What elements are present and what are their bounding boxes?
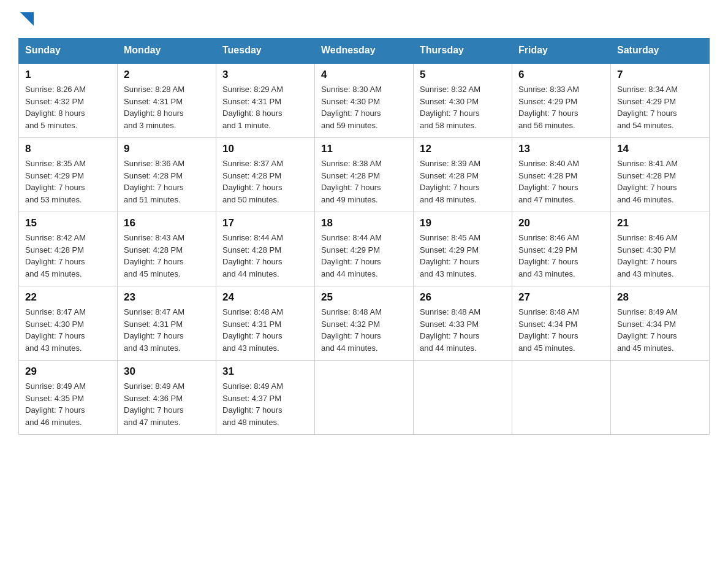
calendar-cell: 2Sunrise: 8:28 AM Sunset: 4:31 PM Daylig… <box>118 63 216 138</box>
calendar-cell: 8Sunrise: 8:35 AM Sunset: 4:29 PM Daylig… <box>19 138 118 212</box>
calendar-cell: 11Sunrise: 8:38 AM Sunset: 4:28 PM Dayli… <box>315 138 414 212</box>
day-number: 18 <box>321 217 407 229</box>
calendar-cell: 10Sunrise: 8:37 AM Sunset: 4:28 PM Dayli… <box>216 138 315 212</box>
day-number: 6 <box>518 69 604 81</box>
calendar-cell: 17Sunrise: 8:44 AM Sunset: 4:28 PM Dayli… <box>216 212 315 286</box>
calendar-cell <box>611 361 710 435</box>
day-number: 10 <box>222 143 308 155</box>
day-number: 20 <box>518 217 604 229</box>
calendar-cell: 1Sunrise: 8:26 AM Sunset: 4:32 PM Daylig… <box>19 63 118 138</box>
day-info: Sunrise: 8:36 AM Sunset: 4:28 PM Dayligh… <box>124 158 210 205</box>
day-number: 31 <box>222 366 308 378</box>
day-info: Sunrise: 8:33 AM Sunset: 4:29 PM Dayligh… <box>518 83 604 131</box>
week-row-3: 15Sunrise: 8:42 AM Sunset: 4:28 PM Dayli… <box>19 212 710 286</box>
calendar-cell: 7Sunrise: 8:34 AM Sunset: 4:29 PM Daylig… <box>611 63 710 138</box>
header-day-friday: Friday <box>512 39 611 63</box>
day-info: Sunrise: 8:49 AM Sunset: 4:35 PM Dayligh… <box>25 380 111 428</box>
day-number: 19 <box>420 217 506 229</box>
day-info: Sunrise: 8:43 AM Sunset: 4:28 PM Dayligh… <box>124 232 210 280</box>
day-info: Sunrise: 8:45 AM Sunset: 4:29 PM Dayligh… <box>420 232 506 280</box>
day-number: 3 <box>222 69 308 81</box>
svg-marker-0 <box>20 12 34 26</box>
calendar-cell: 9Sunrise: 8:36 AM Sunset: 4:28 PM Daylig… <box>118 138 216 212</box>
day-number: 24 <box>222 291 308 304</box>
day-number: 4 <box>321 69 407 81</box>
calendar-cell <box>414 361 512 435</box>
day-number: 30 <box>124 366 210 378</box>
day-number: 27 <box>518 291 604 304</box>
calendar-cell: 21Sunrise: 8:46 AM Sunset: 4:30 PM Dayli… <box>611 212 710 286</box>
day-number: 29 <box>25 366 111 378</box>
day-number: 16 <box>124 217 210 229</box>
day-info: Sunrise: 8:40 AM Sunset: 4:28 PM Dayligh… <box>518 158 604 205</box>
day-number: 28 <box>617 291 703 304</box>
calendar-cell: 13Sunrise: 8:40 AM Sunset: 4:28 PM Dayli… <box>512 138 611 212</box>
calendar-cell <box>315 361 414 435</box>
week-row-4: 22Sunrise: 8:47 AM Sunset: 4:30 PM Dayli… <box>19 286 710 361</box>
calendar-cell: 27Sunrise: 8:48 AM Sunset: 4:34 PM Dayli… <box>512 286 611 361</box>
header-day-wednesday: Wednesday <box>315 39 414 63</box>
day-number: 9 <box>124 143 210 155</box>
calendar-cell: 19Sunrise: 8:45 AM Sunset: 4:29 PM Dayli… <box>414 212 512 286</box>
day-info: Sunrise: 8:48 AM Sunset: 4:32 PM Dayligh… <box>321 306 407 354</box>
calendar-cell <box>512 361 611 435</box>
day-info: Sunrise: 8:49 AM Sunset: 4:37 PM Dayligh… <box>222 380 308 428</box>
day-info: Sunrise: 8:46 AM Sunset: 4:30 PM Dayligh… <box>617 232 703 280</box>
calendar-cell: 5Sunrise: 8:32 AM Sunset: 4:30 PM Daylig… <box>414 63 512 138</box>
calendar-cell: 20Sunrise: 8:46 AM Sunset: 4:29 PM Dayli… <box>512 212 611 286</box>
day-number: 15 <box>25 217 111 229</box>
calendar-cell: 29Sunrise: 8:49 AM Sunset: 4:35 PM Dayli… <box>19 361 118 435</box>
day-number: 7 <box>617 69 703 81</box>
calendar-cell: 28Sunrise: 8:49 AM Sunset: 4:34 PM Dayli… <box>611 286 710 361</box>
day-info: Sunrise: 8:32 AM Sunset: 4:30 PM Dayligh… <box>420 83 506 131</box>
calendar-cell: 18Sunrise: 8:44 AM Sunset: 4:29 PM Dayli… <box>315 212 414 286</box>
day-number: 12 <box>420 143 506 155</box>
week-row-2: 8Sunrise: 8:35 AM Sunset: 4:29 PM Daylig… <box>19 138 710 212</box>
day-number: 8 <box>25 143 111 155</box>
day-number: 14 <box>617 143 703 155</box>
day-info: Sunrise: 8:49 AM Sunset: 4:34 PM Dayligh… <box>617 306 703 354</box>
day-info: Sunrise: 8:49 AM Sunset: 4:36 PM Dayligh… <box>124 380 210 428</box>
header <box>18 12 710 26</box>
week-row-1: 1Sunrise: 8:26 AM Sunset: 4:32 PM Daylig… <box>19 63 710 138</box>
day-info: Sunrise: 8:38 AM Sunset: 4:28 PM Dayligh… <box>321 158 407 205</box>
calendar-cell: 4Sunrise: 8:30 AM Sunset: 4:30 PM Daylig… <box>315 63 414 138</box>
logo <box>18 12 34 26</box>
header-day-saturday: Saturday <box>611 39 710 63</box>
day-info: Sunrise: 8:44 AM Sunset: 4:29 PM Dayligh… <box>321 232 407 280</box>
day-number: 2 <box>124 69 210 81</box>
calendar-cell: 30Sunrise: 8:49 AM Sunset: 4:36 PM Dayli… <box>118 361 216 435</box>
calendar-cell: 23Sunrise: 8:47 AM Sunset: 4:31 PM Dayli… <box>118 286 216 361</box>
day-number: 26 <box>420 291 506 304</box>
calendar-cell: 12Sunrise: 8:39 AM Sunset: 4:28 PM Dayli… <box>414 138 512 212</box>
calendar-table: SundayMondayTuesdayWednesdayThursdayFrid… <box>18 38 710 435</box>
day-info: Sunrise: 8:35 AM Sunset: 4:29 PM Dayligh… <box>25 158 111 205</box>
day-info: Sunrise: 8:28 AM Sunset: 4:31 PM Dayligh… <box>124 83 210 131</box>
logo-triangle-icon <box>20 12 34 26</box>
day-info: Sunrise: 8:42 AM Sunset: 4:28 PM Dayligh… <box>25 232 111 280</box>
day-number: 22 <box>25 291 111 304</box>
calendar-cell: 6Sunrise: 8:33 AM Sunset: 4:29 PM Daylig… <box>512 63 611 138</box>
day-info: Sunrise: 8:48 AM Sunset: 4:33 PM Dayligh… <box>420 306 506 354</box>
calendar-cell: 15Sunrise: 8:42 AM Sunset: 4:28 PM Dayli… <box>19 212 118 286</box>
day-info: Sunrise: 8:48 AM Sunset: 4:34 PM Dayligh… <box>518 306 604 354</box>
day-info: Sunrise: 8:47 AM Sunset: 4:31 PM Dayligh… <box>124 306 210 354</box>
day-info: Sunrise: 8:46 AM Sunset: 4:29 PM Dayligh… <box>518 232 604 280</box>
day-number: 5 <box>420 69 506 81</box>
calendar-cell: 22Sunrise: 8:47 AM Sunset: 4:30 PM Dayli… <box>19 286 118 361</box>
day-number: 17 <box>222 217 308 229</box>
day-info: Sunrise: 8:34 AM Sunset: 4:29 PM Dayligh… <box>617 83 703 131</box>
day-info: Sunrise: 8:41 AM Sunset: 4:28 PM Dayligh… <box>617 158 703 205</box>
calendar-cell: 14Sunrise: 8:41 AM Sunset: 4:28 PM Dayli… <box>611 138 710 212</box>
day-number: 11 <box>321 143 407 155</box>
day-number: 1 <box>25 69 111 81</box>
calendar-cell: 31Sunrise: 8:49 AM Sunset: 4:37 PM Dayli… <box>216 361 315 435</box>
day-info: Sunrise: 8:26 AM Sunset: 4:32 PM Dayligh… <box>25 83 111 131</box>
day-info: Sunrise: 8:47 AM Sunset: 4:30 PM Dayligh… <box>25 306 111 354</box>
day-number: 25 <box>321 291 407 304</box>
header-row: SundayMondayTuesdayWednesdayThursdayFrid… <box>19 39 710 63</box>
day-info: Sunrise: 8:48 AM Sunset: 4:31 PM Dayligh… <box>222 306 308 354</box>
calendar-cell: 26Sunrise: 8:48 AM Sunset: 4:33 PM Dayli… <box>414 286 512 361</box>
header-day-thursday: Thursday <box>414 39 512 63</box>
header-day-tuesday: Tuesday <box>216 39 315 63</box>
